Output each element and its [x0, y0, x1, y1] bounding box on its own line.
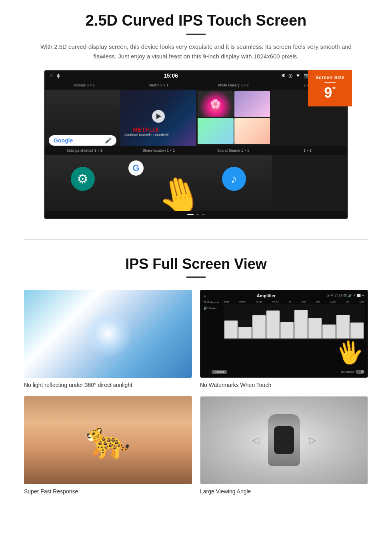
- home-icon: ⌂: [50, 72, 53, 78]
- cheetah-image: 🐆: [24, 396, 192, 484]
- app-grid-bottom: ⚙ G 🤚 ♪: [45, 155, 347, 211]
- signal-icon: ψ: [57, 72, 60, 78]
- music-note-icon: ♪: [231, 172, 237, 186]
- wifi-icon: ▼: [296, 73, 300, 78]
- netflix-preview-image: NETFLIX Continue Marvel's Daredevil: [120, 90, 196, 146]
- netflix-logo-text: NETFLIX: [124, 126, 168, 133]
- badge-label: Screen Size: [312, 75, 348, 80]
- status-left-icons: ⌂ ψ: [50, 72, 60, 78]
- status-time: 15:06: [164, 72, 178, 79]
- section1-title: 2.5D Curved IPS Touch Screen: [24, 12, 368, 30]
- play-triangle-icon: [156, 113, 161, 119]
- app-labels-row: Google 3 × 1 Netflix 3 × 1 Photo Gallery…: [45, 80, 347, 90]
- amp-bar-9: [336, 306, 350, 339]
- car-image: ◁ ▷: [200, 396, 368, 484]
- title-underline: [186, 34, 206, 35]
- amp-footer-right: loudness: [341, 370, 364, 374]
- sunlight-caption: No light reflecting under 360° direct su…: [24, 382, 192, 388]
- amp-status-icons: ◎ ▼ 17:33 📷 🔊 ✕ ⬜ ↩: [327, 294, 365, 297]
- settings-app-cell[interactable]: ⚙: [45, 155, 120, 211]
- amp-bar-3: [252, 306, 266, 339]
- app-labels-row-bottom: Settings shortcut 1 × 1 Share location 1…: [45, 146, 347, 155]
- section2-underline: [186, 277, 206, 278]
- google-search-bar[interactable]: Google 🎤: [49, 135, 116, 146]
- gallery-photo-1: 🌸: [198, 91, 234, 117]
- amp-labels-left: ⚖ Balance 🔊 Fader: [204, 301, 219, 310]
- gallery-photo-2: [234, 91, 270, 117]
- status-bar: ⌂ ψ 15:06 ✱ ◎ ▼ 📷 🔊 ✕ ⬜ ↩: [45, 71, 347, 80]
- section2-title: IPS Full Screen View: [24, 256, 368, 272]
- netflix-label: Netflix 3 × 1: [122, 82, 196, 88]
- car-arrow-right: ▷: [309, 435, 316, 446]
- amplifier-caption: No Watermarks When Touch: [200, 382, 368, 388]
- settings-label: Settings shortcut 1 × 1: [47, 147, 122, 153]
- cheetah-caption: Super Fast Response: [24, 488, 192, 495]
- google-app-cell[interactable]: Google 🎤: [45, 90, 120, 146]
- share-location-cell[interactable]: G 🤚: [120, 155, 196, 211]
- netflix-play-button[interactable]: [152, 110, 165, 122]
- android-screen: ⌂ ψ 15:06 ✱ ◎ ▼ 📷 🔊 ✕ ⬜ ↩ Google: [44, 70, 348, 219]
- pagination-dots: [45, 211, 347, 218]
- flower-photo: 🌸: [198, 91, 234, 117]
- google-g-icon: G: [128, 160, 144, 176]
- netflix-subtitle: Continue Marvel's Daredevil: [124, 133, 168, 137]
- car-arrow-left: ◁: [252, 435, 259, 446]
- section-divider: [24, 239, 368, 240]
- netflix-app-cell[interactable]: NETFLIX Continue Marvel's Daredevil: [120, 90, 196, 146]
- empty-label-2: 1 × 1: [270, 147, 345, 153]
- amplifier-card: ⌂ Amplifier ◎ ▼ 17:33 📷 🔊 ✕ ⬜ ↩ ⚖ Balanc…: [200, 290, 368, 388]
- sunlight-image: [24, 290, 192, 378]
- amp-footer-left: 〈〈 Custom: [204, 370, 227, 374]
- amp-bar-10: [350, 306, 364, 339]
- dot-3: [202, 214, 205, 215]
- amp-bar-2: [238, 306, 252, 339]
- amp-bar-8: [322, 306, 336, 339]
- share-label: Share location 1 × 1: [122, 147, 196, 153]
- cheetah-illustration: 🐆: [86, 419, 130, 461]
- amplifier-image: ⌂ Amplifier ◎ ▼ 17:33 📷 🔊 ✕ ⬜ ↩ ⚖ Balanc…: [200, 290, 368, 378]
- sound-search-cell[interactable]: ♪: [196, 155, 272, 211]
- gallery-photo-4: [234, 118, 270, 144]
- car-roof: [274, 426, 294, 454]
- gallery-app-cell[interactable]: 🌸: [196, 90, 272, 146]
- badge-underline: [324, 82, 336, 83]
- google-logo: Google: [54, 137, 73, 144]
- amp-eq-bars: [224, 304, 364, 340]
- car-top-view: ◁ ▷: [268, 414, 300, 466]
- amp-bar-5: [280, 306, 294, 339]
- settings-icon-wrap: ⚙: [71, 167, 95, 191]
- car-caption: Large Viewing Angle: [200, 488, 368, 495]
- amp-controls-left: ⚖ Balance 🔊 Fader 60hz100hz200hz500hz1k2…: [204, 301, 364, 340]
- sunlight-glow: [84, 310, 132, 358]
- screen-mockup-container: Screen Size 9" ⌂ ψ 15:06 ✱ ◎ ▼ 📷 🔊: [44, 70, 348, 219]
- amp-footer-bar: 〈〈 Custom loudness: [204, 370, 364, 374]
- amp-bar-4: [266, 306, 280, 339]
- amp-eq-section: 60hz100hz200hz500hz1k2.5k10k12.5k15kSUB: [224, 301, 364, 340]
- google-label: Google 3 × 1: [47, 82, 122, 88]
- section1-description: With 2.5D curved-display screen, this de…: [40, 42, 352, 61]
- gallery-photo-3: [198, 118, 234, 144]
- empty-cell-bottom: [272, 155, 347, 211]
- netflix-logo-overlay: NETFLIX Continue Marvel's Daredevil: [124, 126, 168, 137]
- section-ips-fullscreen: IPS Full Screen View No light reflecting…: [0, 252, 392, 507]
- amp-bar-6: [294, 306, 308, 339]
- amp-screen-inner: ⌂ Amplifier ◎ ▼ 17:33 📷 🔊 ✕ ⬜ ↩ ⚖ Balanc…: [200, 290, 368, 377]
- location-icon: ◎: [288, 73, 292, 78]
- sound-label: Sound Search 1 × 1: [196, 147, 270, 153]
- amp-freq-labels-top: 60hz100hz200hz500hz1k2.5k10k12.5k15kSUB: [224, 301, 364, 303]
- section-curved-screen: 2.5D Curved IPS Touch Screen With 2.5D c…: [0, 0, 392, 227]
- hand-icon: 🤚: [152, 170, 196, 211]
- gallery-label: Photo Gallery 3 × 2: [196, 82, 270, 88]
- google-mic-icon: 🎤: [105, 137, 112, 144]
- amp-bar-7: [308, 306, 322, 339]
- amp-title: Amplifier: [257, 293, 276, 298]
- app-grid-top: Google 🎤 NETFLIX Continue Marvel's Dared…: [45, 90, 347, 146]
- screen-size-badge: Screen Size 9": [308, 70, 352, 106]
- amp-header: ⌂ Amplifier ◎ ▼ 17:33 📷 🔊 ✕ ⬜ ↩: [204, 293, 364, 298]
- gear-icon: ⚙: [77, 171, 88, 186]
- bluetooth-icon: ✱: [281, 73, 285, 78]
- amp-bar-1: [224, 306, 238, 339]
- feature-image-grid: No light reflecting under 360° direct su…: [24, 290, 368, 495]
- car-body: [268, 414, 300, 466]
- dot-1: [187, 214, 194, 215]
